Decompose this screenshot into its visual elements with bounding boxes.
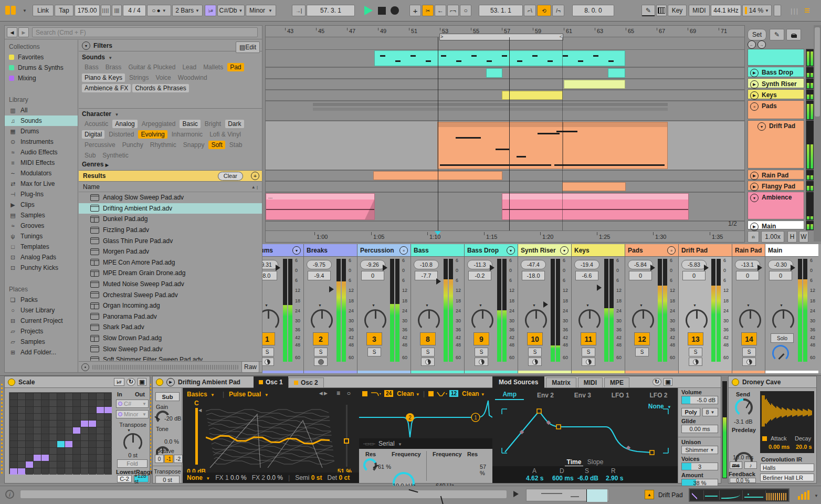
arm-button[interactable]: [314, 358, 328, 366]
nudge-down-button[interactable]: ||||: [101, 5, 111, 16]
zoom-back-icon[interactable]: ←: [748, 40, 756, 49]
fold-button[interactable]: Fold: [117, 459, 148, 468]
scale-grid-cell[interactable]: [81, 400, 88, 406]
result-item[interactable]: Analog Slow Sweep Pad.adv: [79, 192, 262, 203]
loop-brace[interactable]: > <: [439, 34, 563, 40]
arm-button[interactable]: [582, 358, 595, 366]
track-fold-icon[interactable]: ▼: [507, 246, 515, 255]
clip[interactable]: [502, 91, 563, 100]
mixer-strip-rain-pad[interactable]: Rain Pad-13.106061218243036424860▼14S: [732, 244, 765, 373]
scale-grid-cell[interactable]: [41, 455, 49, 461]
scale-grid-cell[interactable]: [57, 421, 65, 427]
result-item[interactable]: MPE Con Amore Pad.adg: [79, 257, 262, 268]
feedback-value[interactable]: 0.0 %: [730, 478, 756, 483]
filter-tag[interactable]: Lead: [180, 63, 199, 71]
track-play-icon[interactable]: ▶: [750, 223, 759, 231]
tab-mod-sources[interactable]: Mod Sources: [492, 376, 544, 388]
scale-grid-cell[interactable]: [65, 393, 72, 400]
logo-caret-icon[interactable]: ▼: [23, 8, 27, 13]
session-record-button[interactable]: ✂︎: [422, 5, 434, 16]
peak-level-value[interactable]: -11.3: [467, 260, 492, 269]
sidebar-item-instruments[interactable]: ⊙Instruments: [5, 136, 78, 147]
peak-level-value[interactable]: -19.4: [574, 260, 599, 269]
arrangement-view[interactable]: 434547495153555759616365676971 > < ... 1…: [265, 25, 745, 243]
track-row-rain-pad[interactable]: [266, 170, 744, 181]
browser-back-button[interactable]: ◀: [7, 27, 17, 37]
scale-grid-cell[interactable]: [10, 461, 17, 468]
filter-tag[interactable]: Lofi & Vinyl: [207, 130, 244, 139]
scale-grid-cell[interactable]: [41, 448, 49, 454]
width-zoom-button[interactable]: W: [799, 231, 808, 243]
clip[interactable]: [562, 182, 626, 191]
poly-button[interactable]: Poly: [681, 408, 700, 416]
volume-arrow-icon[interactable]: [791, 265, 798, 271]
filter-tag[interactable]: Analog: [112, 120, 137, 128]
search-input[interactable]: [32, 27, 258, 37]
filter-tag[interactable]: Sub: [82, 151, 98, 160]
device-play-icon[interactable]: ▶: [166, 378, 175, 386]
solo-button[interactable]: S: [582, 348, 595, 356]
filter-tag[interactable]: Brass: [103, 63, 124, 71]
wt-circle-icon[interactable]: ○: [347, 390, 351, 397]
scale-grid-cell[interactable]: [49, 455, 57, 461]
filter-tag[interactable]: Arpeggiated: [139, 120, 178, 128]
track-header-pads[interactable]: ≡Pads: [748, 100, 804, 119]
scale-grid-cell[interactable]: [34, 393, 41, 400]
scale-grid-cell[interactable]: [41, 421, 49, 427]
scale-grid-cell[interactable]: [65, 427, 72, 434]
scale-link-icon[interactable]: ♭#: [114, 378, 124, 386]
pan-knob[interactable]: [364, 309, 386, 331]
filter-tag[interactable]: Synthetic: [100, 151, 131, 160]
filter-tag[interactable]: Piano & Keys: [82, 74, 125, 82]
solo-button[interactable]: S: [689, 348, 702, 356]
filter-tag[interactable]: Soft: [208, 141, 225, 149]
clip[interactable]: [374, 50, 625, 66]
result-item[interactable]: Dunkel Pad.adg: [79, 214, 262, 225]
arm-button[interactable]: [742, 358, 756, 366]
scale-grid-cell[interactable]: [97, 400, 104, 406]
scale-grid-cell[interactable]: [18, 421, 25, 427]
peak-level-value[interactable]: -9.26: [360, 260, 385, 269]
set-button[interactable]: Set: [748, 29, 766, 40]
scale-grid-cell[interactable]: [104, 455, 112, 461]
scale-grid-cell[interactable]: [41, 400, 49, 406]
scale-grid-cell[interactable]: [73, 407, 80, 413]
key-map-button[interactable]: Key: [668, 5, 687, 16]
result-item[interactable]: Panorama Pad.adv: [79, 311, 262, 322]
scale-grid-cell[interactable]: [18, 441, 25, 447]
preview-waveform[interactable]: [92, 365, 238, 370]
tab-osc2[interactable]: Osc 2: [288, 377, 324, 388]
result-item[interactable]: Slow Drown Pad.adg: [79, 333, 262, 344]
scale-grid-cell[interactable]: [73, 414, 80, 420]
volume-value[interactable]: -0.2: [468, 271, 491, 280]
track-play-icon[interactable]: ▶: [750, 172, 759, 180]
env-subtab-amp[interactable]: Amp: [495, 391, 524, 400]
volume-arrow-icon[interactable]: [490, 265, 498, 271]
wt-det[interactable]: Det 0 ct: [328, 474, 350, 481]
scale-grid-cell[interactable]: [81, 414, 88, 420]
automation-mode-button[interactable]: ○: [460, 5, 471, 16]
scale-grid-cell[interactable]: [97, 393, 104, 400]
filter-tag[interactable]: Stab: [227, 141, 245, 149]
tone-value[interactable]: 0.0 %: [164, 438, 179, 445]
track-row-main[interactable]: [266, 221, 744, 231]
env-subtab-lfo-[interactable]: LFO 1: [604, 392, 637, 399]
wt-transpose-value[interactable]: 0 st: [155, 476, 180, 484]
scale-mode-button[interactable]: ♭#: [205, 5, 216, 16]
scale-grid-cell[interactable]: [89, 393, 96, 400]
clip[interactable]: ...: [266, 193, 375, 220]
filter-tag[interactable]: Guitar & Plucked: [125, 63, 178, 71]
volume-value[interactable]: 0: [769, 271, 792, 280]
track-play-icon[interactable]: ▶: [750, 91, 759, 100]
hot-swap-icon[interactable]: ↻: [127, 378, 135, 386]
scale-grid-cell[interactable]: [10, 434, 17, 440]
track-header-keys[interactable]: ▶Keys: [748, 89, 804, 99]
scale-grid-cell[interactable]: [81, 448, 88, 454]
scale-grid-cell[interactable]: [81, 441, 88, 447]
mixer-track-title[interactable]: Rain Pad: [732, 244, 765, 257]
info-icon[interactable]: i: [5, 490, 14, 499]
pencil-button[interactable]: ✎︎: [770, 29, 784, 40]
filter-tag[interactable]: Acoustic: [82, 120, 111, 128]
track-number[interactable]: 12: [634, 332, 650, 345]
scale-grid-cell[interactable]: [81, 455, 88, 461]
